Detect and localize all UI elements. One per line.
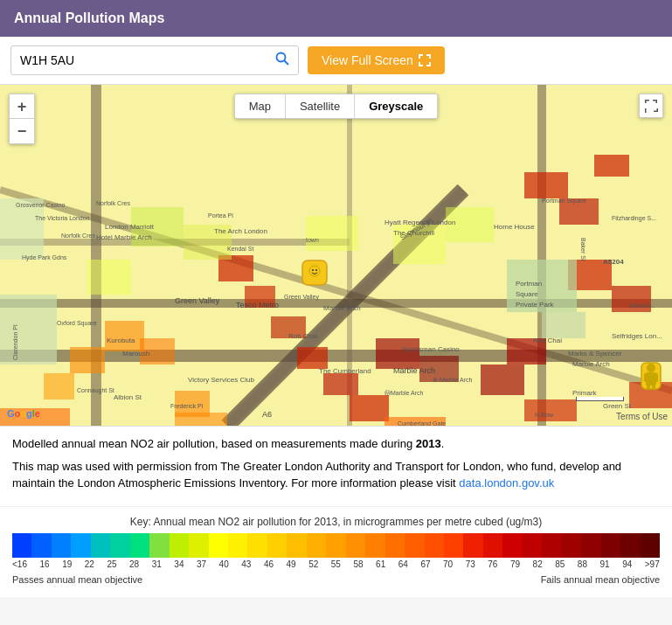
svg-text:Frederick Pl: Frederick Pl	[170, 403, 204, 409]
map-type-map-button[interactable]: Map	[235, 94, 286, 118]
svg-rect-16	[297, 347, 328, 369]
svg-rect-17	[323, 373, 358, 395]
legend-label: 88	[578, 559, 587, 569]
legend-label: 19	[62, 559, 72, 569]
legend-color-block	[110, 533, 129, 558]
legend-color-block	[425, 533, 444, 558]
svg-rect-34	[306, 216, 358, 251]
legend-color-block	[149, 533, 169, 558]
legend-color-block	[444, 533, 463, 558]
legend-label: 49	[287, 559, 296, 569]
map-container[interactable]: A6 Seymour Pl Norfolk Cres Marble Arch C…	[0, 85, 672, 426]
legend-color-block	[228, 533, 247, 558]
svg-rect-26	[70, 347, 105, 373]
search-input[interactable]	[20, 53, 275, 67]
map-type-greyscale-button[interactable]: Greyscale	[355, 94, 437, 118]
legend-color-block	[601, 533, 620, 558]
terms-of-use[interactable]: Terms of Use	[616, 412, 668, 421]
legend-label: 55	[331, 559, 341, 569]
svg-text:Green St: Green St	[603, 402, 632, 410]
svg-text:Portman: Portman	[516, 280, 542, 288]
svg-text:Albion St: Albion St	[114, 393, 142, 401]
legend-color-block	[405, 533, 424, 558]
legend-label: 28	[129, 559, 139, 569]
map-type-satellite-button[interactable]: Satellite	[286, 94, 355, 118]
legend-color-block	[365, 533, 384, 558]
map-fullscreen-button[interactable]	[639, 94, 663, 118]
svg-text:Home House: Home House	[494, 223, 535, 231]
svg-text:The Victoria London: The Victoria London	[35, 215, 90, 221]
map-background: A6 Seymour Pl Norfolk Cres Marble Arch C…	[0, 85, 672, 426]
svg-rect-45	[542, 312, 585, 338]
street-view-pegman[interactable]	[639, 360, 663, 394]
fullscreen-button[interactable]: View Full Screen	[308, 46, 445, 74]
year-text: 2013	[416, 437, 441, 450]
legend-color-block	[12, 533, 31, 558]
scale-bar	[576, 397, 624, 401]
page-header: Annual Pollution Maps	[0, 0, 672, 37]
svg-text:N Row: N Row	[535, 412, 554, 418]
legend-label: 22	[85, 559, 94, 569]
svg-text:Marks & Spencer: Marks & Spencer	[568, 350, 622, 358]
svg-rect-19	[524, 172, 568, 198]
location-marker	[301, 259, 329, 287]
svg-rect-27	[44, 373, 74, 399]
svg-text:The Cumberland: The Cumberland	[319, 367, 371, 375]
fullscreen-icon	[419, 54, 431, 66]
legend-label: 25	[107, 559, 116, 569]
svg-text:Private Park: Private Park	[516, 301, 555, 309]
legend-label: 40	[219, 559, 229, 569]
toolbar: View Full Screen	[0, 37, 672, 85]
map-zoom-controls: + −	[9, 94, 35, 144]
svg-text:Hyatt Regency London: Hyatt Regency London	[384, 219, 455, 226]
legend-label: 31	[152, 559, 162, 569]
svg-text:The Churchill: The Churchill	[393, 229, 434, 237]
svg-rect-46	[0, 295, 57, 365]
svg-text:Marble Arch: Marble Arch	[572, 360, 610, 368]
svg-text:Hyde Park Gdns: Hyde Park Gdns	[22, 254, 67, 261]
svg-rect-18	[350, 395, 389, 421]
svg-text:Clarendon Pl: Clarendon Pl	[12, 324, 18, 360]
svg-text:Maroush: Maroush	[122, 350, 149, 358]
svg-rect-40	[175, 413, 227, 426]
svg-text:Portman Square: Portman Square	[542, 198, 586, 205]
legend-section: Key: Annual mean NO2 air pollution for 2…	[0, 506, 672, 597]
svg-text:Connaught St: Connaught St	[77, 387, 114, 394]
legend-labels: <161619222528313437404346495255586164677…	[12, 559, 660, 569]
fail-objective-label: Fails annual mean objective	[336, 574, 661, 585]
legend-label: 79	[510, 559, 520, 569]
legend-label: 67	[420, 559, 430, 569]
svg-rect-112	[655, 373, 658, 382]
legend-color-block	[641, 533, 660, 558]
legend-color-block	[247, 533, 267, 558]
legend-color-block	[562, 533, 581, 558]
svg-rect-21	[594, 155, 629, 177]
svg-text:The Arch London: The Arch London	[214, 227, 267, 235]
zoom-in-button[interactable]: +	[10, 94, 34, 119]
legend-label: 61	[376, 559, 385, 569]
svg-text:Marble Arch: Marble Arch	[323, 304, 361, 312]
svg-rect-35	[376, 338, 419, 369]
data-london-link[interactable]: data.london.gov.uk	[459, 476, 554, 490]
svg-text:Norfolk Cres: Norfolk Cres	[61, 233, 95, 239]
legend-color-block	[523, 533, 542, 558]
legend-label: 73	[466, 559, 475, 569]
svg-text:ⓂMarble Arch: ⓂMarble Arch	[384, 390, 423, 396]
legend-color-block	[130, 533, 149, 558]
legend-color-block	[502, 533, 522, 558]
legend-color-block	[307, 533, 326, 558]
search-button[interactable]	[275, 52, 289, 69]
legend-label: <16	[12, 559, 27, 569]
zoom-out-button[interactable]: −	[10, 119, 34, 143]
legend-title: Key: Annual mean NO2 air pollution for 2…	[12, 516, 660, 528]
svg-text:Connaught Pl: Connaught Pl	[267, 425, 304, 426]
description-line1: Modelled annual mean NO2 air pollution, …	[12, 435, 660, 453]
svg-rect-31	[87, 260, 131, 295]
svg-text:Square: Square	[516, 290, 538, 298]
svg-text:Primark: Primark	[572, 389, 598, 397]
legend-label: 76	[488, 559, 497, 569]
legend-color-block	[346, 533, 365, 558]
svg-text:Oxford Square: Oxford Square	[57, 320, 97, 327]
svg-text:⊕ Marble Arch: ⊕ Marble Arch	[433, 377, 472, 383]
svg-text:Green Valley: Green Valley	[175, 296, 220, 305]
